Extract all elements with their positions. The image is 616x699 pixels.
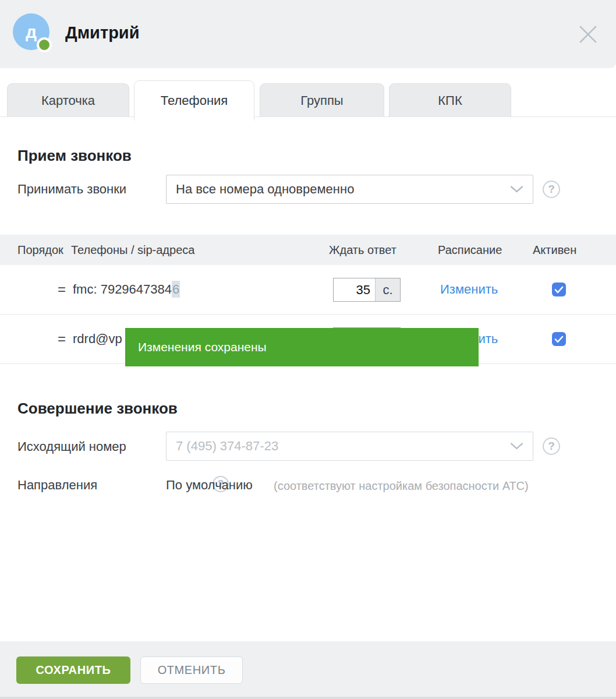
- directions-note: (соответствуют настройкам безопасности А…: [274, 479, 529, 493]
- table-header-row: Порядок Телефоны / sip-адреса ? Ждать от…: [0, 235, 616, 265]
- col-wait: Ждать ответ: [329, 235, 396, 265]
- drag-handle[interactable]: =: [58, 281, 66, 298]
- phone-number[interactable]: rdrd@vp: [73, 331, 122, 347]
- tab-card-label: Карточка: [41, 93, 95, 108]
- phone-number-selected-char: 6: [172, 281, 180, 298]
- active-checkbox[interactable]: [552, 332, 566, 346]
- save-button[interactable]: СОХРАНИТЬ: [16, 656, 130, 684]
- help-icon[interactable]: ?: [543, 437, 560, 455]
- col-phones: Телефоны / sip-адреса: [71, 235, 194, 265]
- table-row: = fmc: 79296473846 с. Изменить: [0, 265, 616, 315]
- drag-handle[interactable]: =: [58, 331, 66, 347]
- checkmark-icon: [554, 336, 564, 343]
- section-title-outgoing: Совершение звонков: [17, 400, 178, 418]
- outgoing-number-select[interactable]: 7 (495) 374-87-23: [166, 432, 533, 461]
- dialog-footer: СОХРАНИТЬ ОТМЕНИТЬ: [0, 641, 616, 699]
- help-icon[interactable]: ?: [543, 181, 560, 198]
- employee-dialog: д Дмитрий Карточка Телефония Группы КПК …: [0, 0, 616, 699]
- receive-calls-value: На все номера одновременно: [176, 182, 354, 197]
- phone-number[interactable]: fmc: 79296473846: [73, 282, 180, 297]
- avatar: д: [13, 13, 49, 50]
- bottom-edge-divider: [0, 697, 616, 699]
- active-checkbox[interactable]: [552, 283, 566, 296]
- checkmark-icon: [554, 286, 564, 294]
- tab-card[interactable]: Карточка: [7, 83, 129, 117]
- outgoing-number-value: 7 (495) 374-87-23: [176, 439, 278, 454]
- outgoing-number-label: Исходящий номер: [17, 439, 126, 454]
- wait-answer-input[interactable]: [334, 278, 375, 301]
- cancel-button[interactable]: ОТМЕНИТЬ: [140, 656, 243, 684]
- schedule-edit-link[interactable]: Изменить: [440, 282, 498, 297]
- directions-value: По умолчанию: [166, 478, 253, 493]
- section-title-incoming: Прием звонков: [17, 147, 132, 165]
- tab-groups[interactable]: Группы: [260, 83, 384, 117]
- phone-number-text: fmc: 7929647384: [73, 282, 172, 296]
- col-schedule: Расписание: [438, 235, 502, 265]
- avatar-letter: д: [26, 22, 37, 42]
- chevron-down-icon: [510, 186, 523, 193]
- receive-calls-select[interactable]: На все номера одновременно: [166, 175, 533, 204]
- col-active: Активен: [533, 235, 576, 265]
- tab-kpk-label: КПК: [438, 93, 462, 108]
- tab-telephony-label: Телефония: [161, 93, 228, 108]
- saved-toast-message: Изменения сохранены: [138, 340, 267, 354]
- close-icon[interactable]: [577, 23, 599, 45]
- page-title: Дмитрий: [65, 23, 140, 43]
- directions-label: Направления: [17, 478, 97, 493]
- online-status-dot: [37, 37, 52, 52]
- tab-kpk[interactable]: КПК: [389, 83, 511, 117]
- chevron-down-icon: [510, 443, 523, 450]
- wait-answer-unit: с.: [375, 278, 400, 301]
- dialog-header: д Дмитрий: [0, 0, 616, 68]
- col-order: Порядок: [17, 235, 63, 265]
- tab-groups-label: Группы: [300, 93, 343, 108]
- phone-number-text: rdrd@vp: [73, 331, 122, 346]
- saved-toast: Изменения сохранены: [125, 328, 479, 366]
- wait-answer-field: с.: [333, 278, 401, 302]
- tab-telephony[interactable]: Телефония: [134, 80, 254, 121]
- receive-calls-label: Принимать звонки: [17, 182, 126, 197]
